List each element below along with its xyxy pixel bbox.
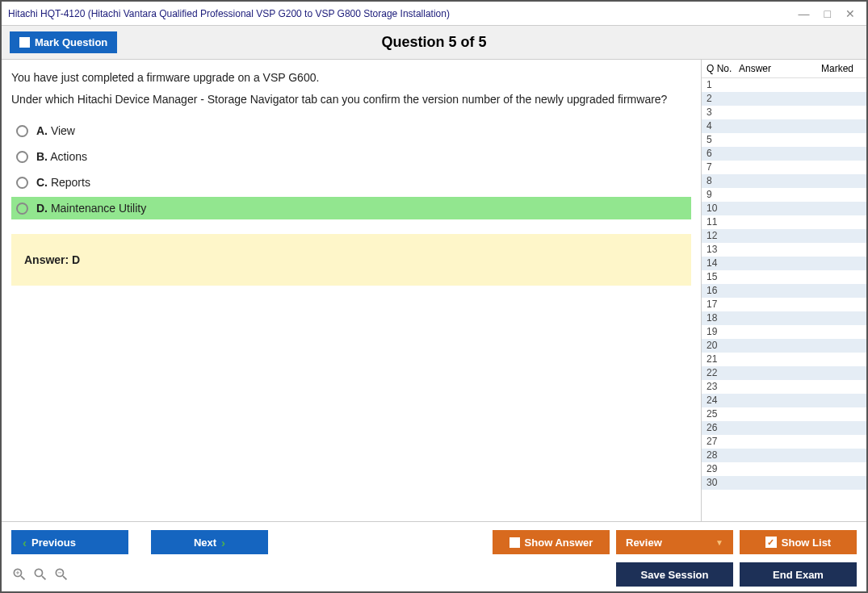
- check-icon: ✓: [765, 537, 777, 548]
- mark-question-button[interactable]: Mark Question: [10, 31, 117, 53]
- radio-icon[interactable]: [16, 151, 28, 163]
- end-exam-label: End Exam: [773, 569, 824, 581]
- list-item[interactable]: 16: [702, 284, 866, 298]
- list-item[interactable]: 28: [702, 449, 866, 462]
- list-item[interactable]: 22: [702, 366, 866, 380]
- list-item[interactable]: 26: [702, 421, 866, 435]
- zoom-in-icon[interactable]: [11, 566, 27, 583]
- list-item[interactable]: 6: [702, 147, 866, 161]
- previous-label: Previous: [31, 537, 76, 549]
- question-content: You have just completed a firmware upgra…: [2, 60, 701, 521]
- chevron-right-icon: ›: [221, 536, 225, 549]
- list-item[interactable]: 13: [702, 243, 866, 257]
- list-item[interactable]: 15: [702, 270, 866, 284]
- list-item[interactable]: 12: [702, 229, 866, 243]
- list-item[interactable]: 23: [702, 380, 866, 394]
- zoom-out-icon[interactable]: [53, 566, 69, 583]
- show-answer-button[interactable]: Show Answer: [493, 530, 610, 554]
- question-text-line2: Under which Hitachi Device Manager - Sto…: [11, 92, 691, 106]
- option-c-label: C. Reports: [36, 176, 90, 189]
- chevron-down-icon: ▼: [715, 538, 723, 547]
- list-item[interactable]: 29: [702, 462, 866, 476]
- list-item[interactable]: 20: [702, 339, 866, 353]
- option-b-label: B. Actions: [36, 150, 87, 163]
- col-marked: Marked: [821, 63, 862, 74]
- answer-box: Answer: D: [11, 234, 691, 286]
- list-item[interactable]: 8: [702, 174, 866, 188]
- previous-button[interactable]: ‹ Previous: [11, 530, 128, 554]
- review-button[interactable]: Review ▼: [616, 530, 733, 554]
- mark-question-label: Mark Question: [35, 36, 107, 48]
- toolbar: Mark Question Question 5 of 5: [2, 26, 866, 60]
- option-c[interactable]: C. Reports: [11, 171, 691, 194]
- footer-tools-row: Save Session End Exam: [11, 562, 857, 587]
- col-answer: Answer: [739, 63, 821, 74]
- option-a-label: A. View: [36, 124, 75, 137]
- title-bar: Hitachi HQT-4120 (Hitachi Vantara Qualif…: [2, 2, 866, 26]
- radio-icon[interactable]: [16, 125, 28, 137]
- minimize-icon[interactable]: —: [799, 7, 810, 20]
- show-list-label: Show List: [782, 537, 831, 549]
- next-label: Next: [194, 537, 216, 549]
- list-item[interactable]: 11: [702, 215, 866, 229]
- footer-nav-row: ‹ Previous Next › Show Answer Review ▼ ✓…: [11, 530, 857, 554]
- list-item[interactable]: 1: [702, 78, 866, 92]
- review-label: Review: [626, 537, 662, 549]
- show-answer-label: Show Answer: [525, 537, 593, 549]
- list-item[interactable]: 25: [702, 407, 866, 421]
- next-button[interactable]: Next ›: [151, 530, 268, 554]
- square-icon: [509, 537, 520, 548]
- list-item[interactable]: 7: [702, 161, 866, 174]
- checkbox-icon: [19, 37, 30, 48]
- col-qno: Q No.: [707, 63, 739, 74]
- option-d-label: D. Maintenance Utility: [36, 202, 146, 215]
- list-item[interactable]: 14: [702, 257, 866, 270]
- option-a[interactable]: A. View: [11, 119, 691, 142]
- list-item[interactable]: 24: [702, 394, 866, 407]
- save-session-label: Save Session: [641, 569, 709, 581]
- app-window: Hitachi HQT-4120 (Hitachi Vantara Qualif…: [0, 0, 868, 593]
- list-item[interactable]: 17: [702, 298, 866, 311]
- list-item[interactable]: 27: [702, 435, 866, 449]
- list-item[interactable]: 4: [702, 119, 866, 133]
- footer: ‹ Previous Next › Show Answer Review ▼ ✓…: [2, 521, 866, 591]
- list-item[interactable]: 10: [702, 202, 866, 215]
- end-exam-button[interactable]: End Exam: [740, 562, 857, 587]
- list-item[interactable]: 5: [702, 133, 866, 147]
- list-item[interactable]: 2: [702, 92, 866, 106]
- close-icon[interactable]: ✕: [845, 7, 855, 20]
- radio-icon[interactable]: [16, 177, 28, 189]
- list-item[interactable]: 9: [702, 188, 866, 202]
- list-item[interactable]: 30: [702, 476, 866, 490]
- window-title: Hitachi HQT-4120 (Hitachi Vantara Qualif…: [8, 8, 799, 19]
- zoom-controls: [11, 566, 69, 583]
- list-item[interactable]: 21: [702, 353, 866, 366]
- radio-icon[interactable]: [16, 203, 28, 215]
- show-list-button[interactable]: ✓ Show List: [740, 530, 857, 554]
- zoom-icon[interactable]: [32, 566, 48, 583]
- chevron-left-icon: ‹: [23, 536, 27, 549]
- option-d[interactable]: D. Maintenance Utility: [11, 197, 691, 219]
- question-counter: Question 5 of 5: [381, 34, 486, 51]
- option-b[interactable]: B. Actions: [11, 145, 691, 168]
- maximize-icon[interactable]: □: [824, 7, 831, 20]
- question-list-header: Q No. Answer Marked: [702, 60, 866, 78]
- question-list-panel: Q No. Answer Marked 12345678910111213141…: [701, 60, 866, 521]
- list-item[interactable]: 3: [702, 106, 866, 119]
- window-controls: — □ ✕: [799, 7, 860, 20]
- main-area: You have just completed a firmware upgra…: [2, 60, 866, 521]
- save-session-button[interactable]: Save Session: [616, 562, 733, 587]
- question-list-body[interactable]: 1234567891011121314151617181920212223242…: [702, 78, 866, 521]
- question-text-line1: You have just completed a firmware upgra…: [11, 71, 691, 84]
- list-item[interactable]: 19: [702, 325, 866, 339]
- list-item[interactable]: 18: [702, 311, 866, 325]
